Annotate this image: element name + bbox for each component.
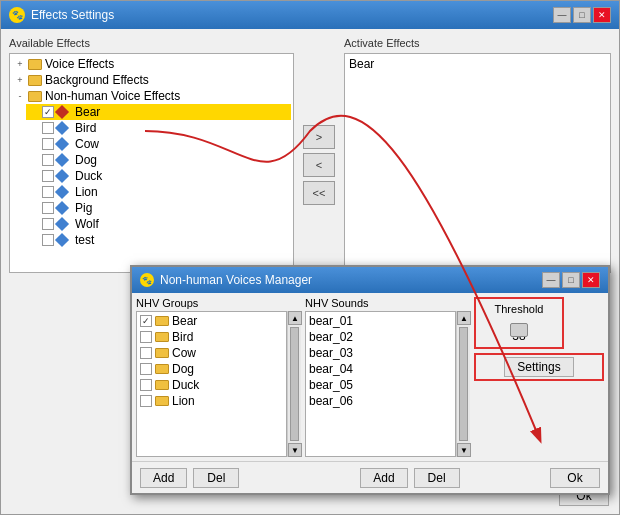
folder-icon bbox=[28, 75, 42, 86]
nhv-groups-scrollbar[interactable]: ▲ ▼ bbox=[287, 311, 301, 457]
move-right-button[interactable]: > bbox=[303, 125, 335, 149]
nhv-bear-checkbox[interactable]: ✓ bbox=[140, 315, 152, 327]
checkbox-bear[interactable]: ✓ bbox=[42, 106, 54, 118]
activate-effects-list[interactable]: Bear bbox=[344, 53, 611, 273]
diamond-icon bbox=[55, 137, 69, 151]
checkbox-lion[interactable] bbox=[42, 186, 54, 198]
move-left-button[interactable]: < bbox=[303, 153, 335, 177]
minimize-button[interactable]: — bbox=[553, 7, 571, 23]
del-group-button[interactable]: Del bbox=[193, 468, 239, 488]
tree-item-lion[interactable]: Lion bbox=[26, 184, 291, 200]
diamond-icon bbox=[55, 105, 69, 119]
nhv-sound-bear05[interactable]: bear_05 bbox=[307, 377, 454, 393]
nhv-group-dog[interactable]: Dog bbox=[138, 361, 285, 377]
checkbox-test[interactable] bbox=[42, 234, 54, 246]
diamond-icon bbox=[55, 121, 69, 135]
scroll-up-arrow[interactable]: ▲ bbox=[457, 311, 471, 325]
diamond-icon bbox=[55, 217, 69, 231]
duck-label: Duck bbox=[75, 169, 102, 183]
checkbox-wolf[interactable] bbox=[42, 218, 54, 230]
nhv-group-lion[interactable]: Lion bbox=[138, 393, 285, 409]
nhv-sound-bear06[interactable]: bear_06 bbox=[307, 393, 454, 409]
settings-button[interactable]: Settings bbox=[504, 357, 574, 377]
checkbox-dog[interactable] bbox=[42, 154, 54, 166]
nhv-sound-bear04[interactable]: bear_04 bbox=[307, 361, 454, 377]
sub-minimize-button[interactable]: — bbox=[542, 272, 560, 288]
diamond-icon bbox=[55, 233, 69, 247]
maximize-button[interactable]: □ bbox=[573, 7, 591, 23]
sub-ok-button[interactable]: Ok bbox=[550, 468, 600, 488]
nhv-sound-bear03[interactable]: bear_03 bbox=[307, 345, 454, 361]
nhv-dog-label: Dog bbox=[172, 362, 194, 376]
sub-dialog-content: NHV Groups ✓ Bear Bird bbox=[132, 293, 608, 461]
diamond-icon bbox=[55, 201, 69, 215]
add-sound-button[interactable]: Add bbox=[360, 468, 407, 488]
nhv-bird-folder bbox=[155, 332, 169, 342]
tree-item-pig[interactable]: Pig bbox=[26, 200, 291, 216]
expand-icon: + bbox=[14, 74, 26, 86]
test-label: test bbox=[75, 233, 94, 247]
tree-item-voice-effects[interactable]: + Voice Effects bbox=[12, 56, 291, 72]
nhv-sound-bear02[interactable]: bear_02 bbox=[307, 329, 454, 345]
tree-item-test[interactable]: test bbox=[26, 232, 291, 248]
nhv-duck-checkbox[interactable] bbox=[140, 379, 152, 391]
available-effects-tree[interactable]: + Voice Effects + Background Effects - N… bbox=[9, 53, 294, 273]
available-effects-panel: Available Effects + Voice Effects + Back… bbox=[9, 37, 294, 273]
nhv-bird-checkbox[interactable] bbox=[140, 331, 152, 343]
expand-icon bbox=[28, 106, 40, 118]
activated-bear[interactable]: Bear bbox=[347, 56, 608, 72]
main-window-controls: — □ ✕ bbox=[553, 7, 611, 23]
bird-label: Bird bbox=[75, 121, 96, 135]
nhv-group-bear[interactable]: ✓ Bear bbox=[138, 313, 285, 329]
slider-thumb[interactable] bbox=[510, 323, 528, 337]
nhv-group-cow[interactable]: Cow bbox=[138, 345, 285, 361]
nhv-lion-checkbox[interactable] bbox=[140, 395, 152, 407]
folder-icon bbox=[28, 59, 42, 70]
checkbox-cow[interactable] bbox=[42, 138, 54, 150]
nhv-group-duck[interactable]: Duck bbox=[138, 377, 285, 393]
scroll-up-arrow[interactable]: ▲ bbox=[288, 311, 302, 325]
dog-label: Dog bbox=[75, 153, 97, 167]
tree-item-duck[interactable]: Duck bbox=[26, 168, 291, 184]
checkbox-pig[interactable] bbox=[42, 202, 54, 214]
cow-label: Cow bbox=[75, 137, 99, 151]
nhv-dog-folder bbox=[155, 364, 169, 374]
scroll-down-arrow[interactable]: ▼ bbox=[457, 443, 471, 457]
nhv-duck-folder bbox=[155, 380, 169, 390]
lion-label: Lion bbox=[75, 185, 98, 199]
scroll-down-arrow[interactable]: ▼ bbox=[288, 443, 302, 457]
sub-close-button[interactable]: ✕ bbox=[582, 272, 600, 288]
tree-item-bg-effects[interactable]: + Background Effects bbox=[12, 72, 291, 88]
pig-label: Pig bbox=[75, 201, 92, 215]
nhv-sounds-list[interactable]: bear_01 bear_02 bear_03 bear_04 bear_05 … bbox=[305, 311, 456, 457]
activate-effects-label: Activate Effects bbox=[344, 37, 611, 49]
close-button[interactable]: ✕ bbox=[593, 7, 611, 23]
scroll-thumb[interactable] bbox=[459, 327, 468, 441]
nhv-dog-checkbox[interactable] bbox=[140, 363, 152, 375]
nhv-group-bird[interactable]: Bird bbox=[138, 329, 285, 345]
sub-maximize-button[interactable]: □ bbox=[562, 272, 580, 288]
tree-item-dog[interactable]: Dog bbox=[26, 152, 291, 168]
tree-item-bird[interactable]: Bird bbox=[26, 120, 291, 136]
diamond-icon bbox=[55, 153, 69, 167]
tree-item-wolf[interactable]: Wolf bbox=[26, 216, 291, 232]
tree-item-nhv-effects[interactable]: - Non-human Voice Effects bbox=[12, 88, 291, 104]
scroll-thumb[interactable] bbox=[290, 327, 299, 441]
nhv-cow-checkbox[interactable] bbox=[140, 347, 152, 359]
tree-item-bear[interactable]: ✓ Bear bbox=[26, 104, 291, 120]
move-all-left-button[interactable]: << bbox=[303, 181, 335, 205]
threshold-panel: Threshold 38 bbox=[474, 297, 564, 349]
add-group-button[interactable]: Add bbox=[140, 468, 187, 488]
tree-item-cow[interactable]: Cow bbox=[26, 136, 291, 152]
nhv-sounds-scrollbar[interactable]: ▲ ▼ bbox=[456, 311, 470, 457]
checkbox-duck[interactable] bbox=[42, 170, 54, 182]
effects-row: Available Effects + Voice Effects + Back… bbox=[1, 29, 619, 281]
nhv-lion-folder bbox=[155, 396, 169, 406]
nhv-groups-list[interactable]: ✓ Bear Bird Cow bbox=[136, 311, 287, 457]
expand-icon: + bbox=[14, 58, 26, 70]
sub-dialog-title: Non-human Voices Manager bbox=[160, 273, 312, 287]
main-footer: Ok bbox=[603, 506, 619, 514]
del-sound-button[interactable]: Del bbox=[414, 468, 460, 488]
checkbox-bird[interactable] bbox=[42, 122, 54, 134]
nhv-sound-bear01[interactable]: bear_01 bbox=[307, 313, 454, 329]
